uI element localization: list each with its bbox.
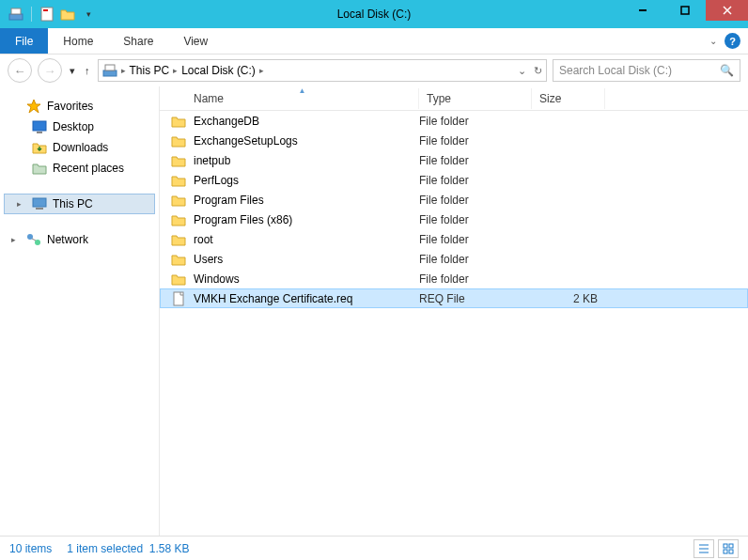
file-row[interactable]: UsersFile folder <box>160 249 748 269</box>
file-row[interactable]: ExchangeDBFile folder <box>160 111 748 131</box>
file-pane: ▲ Name Type Size ExchangeDBFile folderEx… <box>160 86 748 536</box>
svg-line-17 <box>32 239 36 241</box>
file-name: VMKH Exchange Certificate.req <box>194 292 419 305</box>
expand-icon[interactable]: ▸ <box>11 235 21 244</box>
help-icon[interactable]: ? <box>725 33 740 49</box>
svg-rect-5 <box>681 7 689 14</box>
status-count: 10 items <box>9 542 52 555</box>
downloads-icon <box>32 140 47 155</box>
svg-rect-3 <box>43 9 48 11</box>
forward-button[interactable]: → <box>38 58 62 83</box>
main-area: Favorites Desktop Downloads <box>0 86 748 536</box>
history-dropdown-icon[interactable]: ▾ <box>68 65 77 77</box>
qat-dropdown-icon[interactable]: ▾ <box>80 6 97 23</box>
breadcrumb[interactable]: This PC <box>130 64 170 77</box>
favorites-label: Favorites <box>47 100 93 113</box>
status-bar: 10 items 1 item selected 1.58 KB <box>0 536 748 560</box>
crumb-sep-icon[interactable]: ▸ <box>173 66 178 75</box>
file-row[interactable]: WindowsFile folder <box>160 269 748 288</box>
sidebar-item-downloads[interactable]: Downloads <box>4 137 155 158</box>
close-button[interactable] <box>706 0 748 21</box>
svg-rect-0 <box>9 14 23 20</box>
star-icon <box>26 99 41 114</box>
thumbnails-view-button[interactable] <box>718 539 739 558</box>
status-selection: 1 item selected 1.58 KB <box>67 542 189 555</box>
file-row[interactable]: rootFile folder <box>160 229 748 249</box>
favorites-group: Favorites Desktop Downloads <box>4 96 155 179</box>
tab-view[interactable]: View <box>168 30 223 53</box>
svg-rect-13 <box>33 198 46 207</box>
folder-icon <box>171 133 186 148</box>
column-header-type[interactable]: Type <box>419 88 532 109</box>
svg-rect-23 <box>729 544 733 548</box>
crumb-sep-icon[interactable]: ▸ <box>121 66 126 75</box>
svg-marker-10 <box>27 100 40 113</box>
chevron-down-icon[interactable]: ⌄ <box>709 36 717 46</box>
svg-rect-14 <box>36 208 43 210</box>
window-controls <box>621 0 748 21</box>
file-row[interactable]: Program FilesFile folder <box>160 190 748 210</box>
up-button[interactable]: ↑ <box>83 65 92 76</box>
svg-rect-9 <box>105 65 115 70</box>
file-type: File folder <box>419 194 532 207</box>
file-type: File folder <box>419 253 532 266</box>
file-name: root <box>194 233 419 246</box>
file-list[interactable]: ExchangeDBFile folderExchangeSetupLogsFi… <box>160 111 748 536</box>
sidebar-item-label: Desktop <box>53 120 94 133</box>
file-row[interactable]: inetpubFile folder <box>160 150 748 170</box>
file-tab[interactable]: File <box>0 28 48 54</box>
folder-icon[interactable] <box>59 6 76 23</box>
favorites-root[interactable]: Favorites <box>4 96 155 117</box>
breadcrumb[interactable]: Local Disk (C:) <box>181 64 256 77</box>
minimize-button[interactable] <box>621 0 663 21</box>
address-bar[interactable]: ▸ This PC ▸ Local Disk (C:) ▸ ⌄ ↻ <box>98 59 548 82</box>
tab-home[interactable]: Home <box>48 30 108 53</box>
file-row[interactable]: Program Files (x86)File folder <box>160 210 748 229</box>
svg-rect-25 <box>729 550 733 553</box>
search-placeholder: Search Local Disk (C:) <box>559 64 672 77</box>
sidebar-item-label: This PC <box>53 197 93 210</box>
crumb-sep-icon[interactable]: ▸ <box>259 66 264 75</box>
file-row[interactable]: ExchangeSetupLogsFile folder <box>160 131 748 150</box>
maximize-button[interactable] <box>663 0 706 21</box>
folder-icon <box>171 153 186 168</box>
details-view-button[interactable] <box>693 539 714 558</box>
column-header-size[interactable]: Size <box>532 88 605 109</box>
quick-access-toolbar: ▾ <box>0 6 97 23</box>
file-type: File folder <box>419 272 532 286</box>
navigation-bar: ← → ▾ ↑ ▸ This PC ▸ Local Disk (C:) ▸ ⌄ … <box>0 54 748 86</box>
qat-separator <box>31 7 32 22</box>
file-type: File folder <box>419 233 532 246</box>
sidebar-item-thispc[interactable]: ▸ This PC <box>4 194 155 214</box>
svg-rect-24 <box>724 550 727 553</box>
column-header-name[interactable]: ▲ Name <box>186 88 419 109</box>
properties-icon[interactable] <box>39 6 55 23</box>
folder-icon <box>171 232 186 247</box>
svg-rect-11 <box>33 121 46 131</box>
sort-ascending-icon: ▲ <box>299 86 306 95</box>
address-dropdown-icon[interactable]: ⌄ <box>518 65 526 77</box>
network-group: ▸ Network <box>4 229 155 250</box>
sidebar-item-network[interactable]: ▸ Network <box>4 229 155 250</box>
sidebar-item-recent[interactable]: Recent places <box>4 158 155 179</box>
window-title: Local Disk (C:) <box>337 8 412 21</box>
file-name: Windows <box>194 272 419 286</box>
file-row[interactable]: VMKH Exchange Certificate.reqREQ File2 K… <box>160 288 748 308</box>
search-input[interactable]: Search Local Disk (C:) 🔍 <box>553 59 740 82</box>
refresh-icon[interactable]: ↻ <box>534 65 542 77</box>
file-type: File folder <box>419 154 532 167</box>
column-headers: ▲ Name Type Size <box>160 86 748 111</box>
navigation-pane: Favorites Desktop Downloads <box>0 86 160 536</box>
search-icon[interactable]: 🔍 <box>720 64 734 77</box>
svg-rect-22 <box>724 544 727 548</box>
pc-icon <box>32 196 47 211</box>
tab-share[interactable]: Share <box>108 30 168 53</box>
file-row[interactable]: PerfLogsFile folder <box>160 170 748 190</box>
folder-icon <box>171 272 186 287</box>
file-name: inetpub <box>194 154 419 167</box>
file-name: PerfLogs <box>194 174 419 187</box>
expand-icon[interactable]: ▸ <box>17 199 26 209</box>
back-button[interactable]: ← <box>8 58 32 83</box>
file-type: File folder <box>419 134 532 148</box>
sidebar-item-desktop[interactable]: Desktop <box>4 117 155 137</box>
